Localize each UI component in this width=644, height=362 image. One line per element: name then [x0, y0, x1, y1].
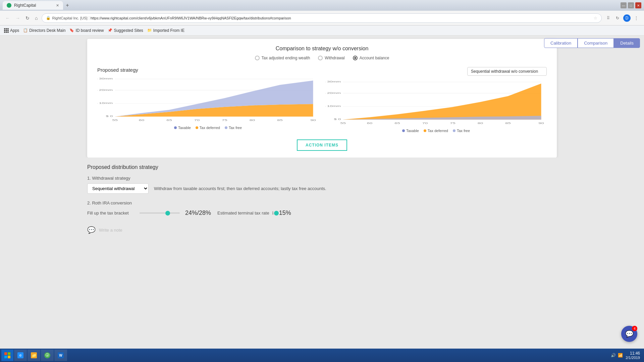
bookmark-star-icon[interactable]: ☆: [594, 16, 597, 20]
terminal-tax-rate-thumb[interactable]: [274, 211, 279, 216]
menu-icon[interactable]: ⋮: [633, 14, 640, 22]
lock-icon: 🔒: [46, 16, 51, 20]
address-bar: ← → ↻ ⌂ 🔒 RightCapital Inc. [US] https:/…: [0, 11, 644, 25]
fill-tax-bracket-thumb[interactable]: [165, 211, 170, 216]
refresh-icon[interactable]: ↻: [614, 14, 621, 22]
word-icon: W: [58, 352, 64, 358]
fill-tax-bracket-fill: [140, 213, 168, 214]
bookmark-apps[interactable]: Apps: [4, 28, 19, 33]
left-chart-wrapper: $ 30mm $ 20mm $ 10mm $ 0: [97, 76, 319, 123]
bookmark-imported-ie[interactable]: 📁 Imported From IE: [147, 28, 184, 33]
left-chart-legend: Taxable Tax deferred Tax free: [97, 126, 319, 130]
fill-tax-bracket-label: Fill up the tax bracket: [87, 210, 134, 216]
top-nav: Calibration Comparison Details: [540, 36, 644, 51]
svg-rect-36: [4, 352, 7, 355]
svg-text:60: 60: [139, 119, 145, 122]
imported-ie-label: Imported From IE: [153, 28, 184, 33]
browser-tab[interactable]: RightCapital ✕: [3, 1, 63, 10]
terminal-tax-rate-container: Estimated terminal tax rate ℹ 15%: [217, 209, 306, 217]
bookmark-directors-desk[interactable]: 📋 Directors Desk Main: [23, 28, 65, 33]
radio-label-tax-adjusted: Tax adjusted ending wealth: [262, 56, 310, 60]
right-chart-wrapper: $ 30mm $ 20mm $ 10mm $ 0: [325, 79, 547, 126]
svg-text:$ 30mm: $ 30mm: [325, 80, 341, 83]
taxable-dot: [174, 126, 177, 129]
bottom-section: Proposed distribution strategy 1. Withdr…: [0, 158, 644, 245]
svg-text:$ 20mm: $ 20mm: [325, 91, 341, 94]
comparison-strategy-select[interactable]: Sequential withdrawal w/o conversion Seq…: [467, 67, 547, 76]
extensions-icon[interactable]: ⠿: [604, 14, 612, 22]
legend-taxable: Taxable: [174, 126, 191, 130]
volume-icon: 📶: [618, 353, 623, 358]
radio-withdrawal[interactable]: Withdrawal: [318, 56, 344, 60]
svg-text:80: 80: [478, 122, 483, 125]
apps-grid-icon: [4, 28, 9, 33]
system-icons: 🔊 📶: [611, 353, 623, 358]
left-chart-title: Proposed strategy: [97, 67, 138, 73]
toolbar-icons: ⠿ ↻ D ⋮: [604, 14, 640, 22]
radio-group: Tax adjusted ending wealth Withdrawal Ac…: [97, 56, 547, 60]
taskbar-clock: 11:46 2/1/2019: [626, 351, 640, 360]
directors-desk-label: Directors Desk Main: [29, 28, 65, 33]
info-icon: ℹ: [272, 210, 274, 216]
terminal-tax-rate-label: Estimated terminal tax rate: [217, 210, 269, 216]
bookmark-suggested-sites[interactable]: 📌 Suggested Sites: [108, 28, 143, 33]
svg-text:90: 90: [310, 119, 316, 122]
close-button[interactable]: ✕: [635, 2, 641, 8]
action-items-container: ACTION ITEMS: [97, 139, 547, 151]
svg-marker-26: [343, 83, 541, 120]
chrome-icon: ⦿: [44, 352, 50, 358]
bookmark-id-board[interactable]: 🔖 ID board review: [69, 28, 104, 33]
tab-title: RightCapital: [14, 3, 36, 8]
legend-tax-free: Tax free: [225, 126, 242, 130]
refresh-button[interactable]: ↻: [24, 14, 31, 22]
radio-circle-tax-adjusted: [255, 56, 260, 60]
ie-icon: e: [17, 352, 23, 358]
home-button[interactable]: ⌂: [34, 14, 39, 22]
right-chart-section: Sequential withdrawal w/o conversion Seq…: [325, 67, 547, 133]
right-taxable-dot: [402, 129, 405, 132]
radio-circle-withdrawal: [318, 56, 323, 60]
svg-rect-37: [8, 352, 10, 355]
note-icon: 💬: [87, 226, 96, 234]
tab-calibration[interactable]: Calibration: [544, 38, 578, 48]
svg-text:85: 85: [277, 119, 283, 122]
tab-close-button[interactable]: ✕: [56, 3, 59, 8]
maximize-button[interactable]: □: [628, 2, 634, 8]
taskbar-chrome[interactable]: ⦿: [41, 350, 54, 361]
back-button[interactable]: ←: [4, 14, 11, 22]
taxable-label: Taxable: [178, 126, 191, 130]
new-tab-button[interactable]: +: [63, 1, 72, 10]
taskbar-ie[interactable]: e: [14, 350, 27, 361]
tab-comparison[interactable]: Comparison: [578, 38, 614, 48]
forward-button[interactable]: →: [14, 14, 21, 22]
radio-circle-account-balance: [353, 56, 358, 60]
svg-text:55: 55: [340, 122, 346, 125]
right-tax-deferred-label: Tax deferred: [428, 129, 448, 133]
url-bar[interactable]: 🔒 RightCapital Inc. [US] https://www.rig…: [42, 13, 602, 23]
svg-text:65: 65: [166, 119, 172, 122]
start-button[interactable]: [1, 350, 13, 361]
fill-tax-bracket-slider[interactable]: [140, 213, 180, 214]
suggested-sites-icon: 📌: [108, 28, 112, 33]
taskbar-word[interactable]: W: [54, 350, 67, 361]
bookmarks-bar: Apps 📋 Directors Desk Main 🔖 ID board re…: [0, 25, 644, 36]
legend-tax-deferred: Tax deferred: [196, 126, 220, 130]
left-chart-section: Proposed strategy $ 30mm $ 20mm $ 10mm $…: [97, 67, 319, 130]
taskbar-time: 11:46: [626, 351, 640, 356]
svg-text:65: 65: [394, 122, 400, 125]
note-area: 💬 Write a note: [87, 222, 557, 238]
tab-details[interactable]: Details: [614, 38, 640, 48]
note-placeholder[interactable]: Write a note: [99, 228, 122, 233]
right-tax-free-label: Tax free: [457, 129, 470, 133]
action-items-button[interactable]: ACTION ITEMS: [297, 139, 347, 151]
chat-button[interactable]: 💬 4: [621, 326, 637, 342]
minimize-button[interactable]: —: [621, 2, 627, 8]
fill-tax-bracket-value: 24%/28%: [185, 209, 212, 217]
taskbar-explorer[interactable]: 📁: [28, 350, 40, 361]
withdrawal-strategy-select[interactable]: Sequential withdrawal Pro-rata withdrawa…: [87, 183, 149, 194]
radio-tax-adjusted[interactable]: Tax adjusted ending wealth: [255, 56, 310, 60]
explorer-icon: 📁: [31, 352, 37, 358]
profile-icon[interactable]: D: [623, 14, 631, 22]
radio-account-balance[interactable]: Account balance: [353, 56, 389, 60]
terminal-tax-rate-value: 15%: [279, 209, 306, 217]
